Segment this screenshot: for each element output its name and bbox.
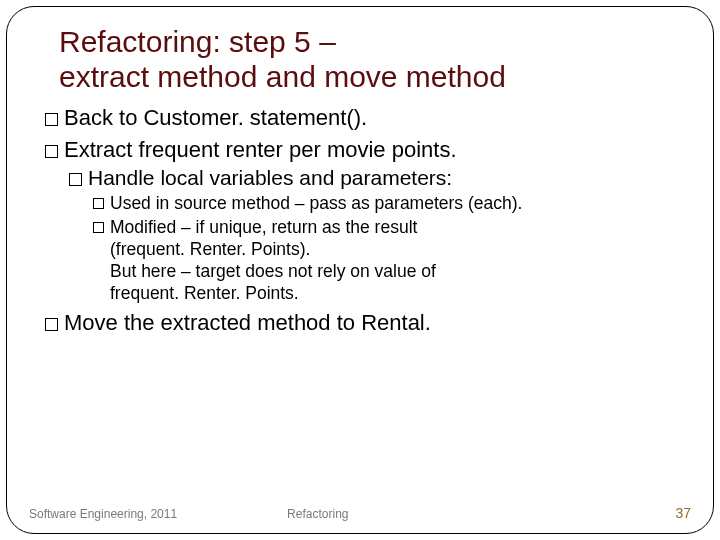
page-number: 37 xyxy=(675,505,691,521)
bullet-text: Move the extracted method to Rental. xyxy=(64,310,431,335)
square-bullet-icon xyxy=(45,318,58,331)
title-line-1: Refactoring: step 5 – xyxy=(59,25,336,58)
slide-frame: Refactoring: step 5 – extract method and… xyxy=(6,6,714,534)
bullet-text: frequent. Renter. Points. xyxy=(110,283,299,303)
bullet-l1: Extract frequent renter per movie points… xyxy=(45,136,685,164)
bullet-text: Back to Customer. statement(). xyxy=(64,105,367,130)
square-bullet-icon xyxy=(45,145,58,158)
slide-footer: Software Engineering, 2011 Refactoring 3… xyxy=(29,505,691,521)
bullet-list: Back to Customer. statement(). Extract f… xyxy=(35,104,685,336)
footer-left: Software Engineering, 2011 xyxy=(29,507,177,521)
bullet-l3-cont: (frequent. Renter. Points). xyxy=(110,239,685,261)
title-line-2: extract method and move method xyxy=(59,60,506,93)
bullet-l1: Move the extracted method to Rental. xyxy=(45,309,685,337)
bullet-text: Extract frequent renter per movie points… xyxy=(64,137,457,162)
bullet-text: Used in source method – pass as paramete… xyxy=(110,193,522,213)
square-bullet-icon xyxy=(69,173,82,186)
bullet-text: Modified – if unique, return as the resu… xyxy=(110,217,417,237)
bullet-text: (frequent. Renter. Points). xyxy=(110,239,310,259)
square-bullet-icon xyxy=(93,222,104,233)
square-bullet-icon xyxy=(45,113,58,126)
footer-center: Refactoring xyxy=(177,507,675,521)
bullet-l3: Modified – if unique, return as the resu… xyxy=(93,217,685,239)
bullet-l3-cont: frequent. Renter. Points. xyxy=(110,283,685,305)
bullet-text: But here – target does not rely on value… xyxy=(110,261,436,281)
bullet-text: Handle local variables and parameters: xyxy=(88,166,452,189)
bullet-l1: Back to Customer. statement(). xyxy=(45,104,685,132)
square-bullet-icon xyxy=(93,198,104,209)
bullet-l3-cont: But here – target does not rely on value… xyxy=(110,261,685,283)
bullet-l3: Used in source method – pass as paramete… xyxy=(93,193,685,215)
bullet-l2: Handle local variables and parameters: xyxy=(69,165,685,191)
slide-title: Refactoring: step 5 – extract method and… xyxy=(59,25,685,94)
